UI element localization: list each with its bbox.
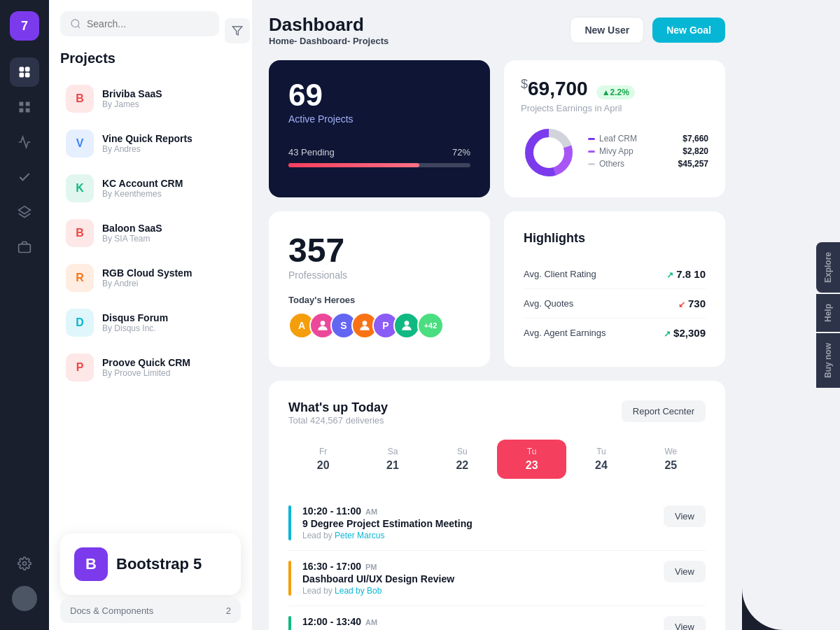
legend-label: Others xyxy=(599,159,624,169)
legend-item: Others xyxy=(588,159,667,169)
cal-day[interactable]: Tu 23 xyxy=(497,440,566,479)
event-details: 12:00 - 13:40 AM Marketing Campaign Disc… xyxy=(302,616,454,630)
sidebar-item-check[interactable] xyxy=(10,162,39,192)
cal-subtitle: Total 424,567 deliveries xyxy=(288,415,388,426)
project-name: RGB Cloud System xyxy=(102,267,192,279)
sidebar-item-chart[interactable] xyxy=(10,127,39,157)
project-name: Baloon SaaS xyxy=(102,223,162,234)
highlight-value: ↗$2,309 xyxy=(664,327,706,339)
event-bar xyxy=(288,616,291,630)
event-bar xyxy=(288,561,291,596)
day-name: Tu xyxy=(503,447,561,456)
cal-day[interactable]: We 25 xyxy=(636,440,706,479)
event-item: 10:20 - 11:00 AM 9 Degree Project Estima… xyxy=(288,496,706,551)
event-lead-link[interactable]: Peter Marcus xyxy=(335,531,384,540)
search-input[interactable] xyxy=(87,18,209,29)
search-row xyxy=(60,11,241,50)
day-num: 22 xyxy=(433,459,491,472)
legend-dot xyxy=(588,138,595,140)
cal-day[interactable]: Sa 21 xyxy=(358,440,427,479)
day-num: 24 xyxy=(572,459,630,472)
page-title: Dashboard xyxy=(269,14,388,36)
project-item[interactable]: D Disqus Forum By Disqus Inc. xyxy=(60,302,241,344)
earnings-amounts: $7,660$2,820$45,257 xyxy=(678,134,708,172)
project-item[interactable]: B Briviba SaaS By James xyxy=(60,78,241,120)
side-tab[interactable]: Buy now xyxy=(816,333,840,388)
svg-rect-1 xyxy=(25,67,30,72)
event-lead: Lead by Lead by Bob xyxy=(302,586,454,596)
event-bar xyxy=(288,505,291,540)
day-num: 20 xyxy=(294,459,352,472)
donut-chart xyxy=(521,125,577,181)
day-num: 23 xyxy=(503,459,561,472)
cal-title: What's up Today xyxy=(288,400,388,415)
project-name: KC Account CRM xyxy=(102,178,183,189)
project-item[interactable]: B Baloon SaaS By SIA Team xyxy=(60,212,241,254)
cal-day[interactable]: Tu 24 xyxy=(566,440,636,479)
project-by: By James xyxy=(102,99,162,109)
report-center-button[interactable]: Report Cecnter xyxy=(622,400,706,422)
active-projects-pending: 43 Pending 72% xyxy=(288,147,470,158)
highlight-label: Avg. Quotes xyxy=(524,298,573,309)
cal-day[interactable]: Fr 20 xyxy=(288,440,358,479)
breadcrumb: Home- Dashboard- Projects xyxy=(269,36,388,46)
event-time: 16:30 - 17:00 PM xyxy=(302,561,454,572)
sidebar-item-user[interactable] xyxy=(10,584,39,613)
project-item[interactable]: V Vine Quick Reports By Andres xyxy=(60,122,241,164)
heroes-section: Today's Heroes A S P +42 xyxy=(288,295,470,339)
event-view-button[interactable]: View xyxy=(664,616,706,630)
svg-rect-6 xyxy=(20,108,24,113)
docs-bar[interactable]: Docs & Components 2 xyxy=(60,598,241,623)
sidebar-item-settings[interactable] xyxy=(10,549,39,578)
project-item[interactable]: P Proove Quick CRM By Proove Limited xyxy=(60,346,241,388)
hero-more: +42 xyxy=(417,312,444,339)
sidebar-item-grid[interactable] xyxy=(10,92,39,122)
active-projects-label: Active Projects xyxy=(288,113,470,125)
search-bar[interactable] xyxy=(60,11,219,36)
legend-amount: $45,257 xyxy=(678,159,708,169)
project-info: RGB Cloud System By Andrei xyxy=(102,267,192,288)
new-goal-button[interactable]: New Goal xyxy=(652,18,725,43)
highlights-card: Highlights Avg. Client Rating ↗7.8 10 Av… xyxy=(504,211,725,367)
active-projects-number: 69 xyxy=(288,80,470,111)
project-icon: B xyxy=(66,219,94,247)
event-lead-link[interactable]: Lead by Bob xyxy=(335,586,382,596)
side-tab[interactable]: Help xyxy=(816,294,840,332)
highlight-value: ↙730 xyxy=(678,298,706,309)
svg-rect-0 xyxy=(20,67,24,72)
main-content: Dashboard Home- Dashboard- Projects New … xyxy=(252,0,742,630)
sidebar-item-layers[interactable] xyxy=(10,197,39,227)
svg-rect-7 xyxy=(26,108,30,113)
project-name: Vine Quick Reports xyxy=(102,133,192,144)
project-item[interactable]: K KC Account CRM By Keenthemes xyxy=(60,167,241,209)
sidebar-item-dashboard[interactable] xyxy=(10,57,39,87)
project-by: By SIA Team xyxy=(102,234,162,244)
sidebar-item-briefcase[interactable] xyxy=(10,232,39,262)
project-item[interactable]: R RGB Cloud System By Andrei xyxy=(60,257,241,299)
active-projects-bottom: 43 Pending 72% xyxy=(288,147,470,167)
legend-label: Leaf CRM xyxy=(599,134,637,144)
highlight-label: Avg. Client Rating xyxy=(524,269,596,279)
bootstrap-card: B Bootstrap 5 xyxy=(60,533,241,595)
event-time: 12:00 - 13:40 AM xyxy=(302,616,454,627)
svg-point-10 xyxy=(23,562,27,566)
highlight-value: ↗7.8 10 xyxy=(666,268,706,280)
project-info: Briviba SaaS By James xyxy=(102,88,162,109)
side-tab[interactable]: Explore xyxy=(816,242,840,293)
sidebar-avatar[interactable]: 7 xyxy=(10,11,39,41)
earnings-amount: $69,700 xyxy=(521,77,588,100)
project-icon: P xyxy=(66,354,94,382)
filter-button[interactable] xyxy=(225,18,250,43)
docs-count: 2 xyxy=(226,606,231,616)
cal-day[interactable]: Su 22 xyxy=(428,440,497,479)
event-view-button[interactable]: View xyxy=(664,505,706,527)
bootstrap-text: Bootstrap 5 xyxy=(116,555,202,573)
highlight-label: Avg. Agent Earnings xyxy=(524,328,606,338)
svg-line-12 xyxy=(78,26,80,28)
project-info: Disqus Forum By Disqus Inc. xyxy=(102,312,168,333)
day-num: 25 xyxy=(642,459,700,472)
professionals-number: 357 xyxy=(288,231,470,270)
event-view-button[interactable]: View xyxy=(664,561,706,582)
new-user-button[interactable]: New User xyxy=(570,17,644,43)
legend-amount: $2,820 xyxy=(678,146,708,156)
